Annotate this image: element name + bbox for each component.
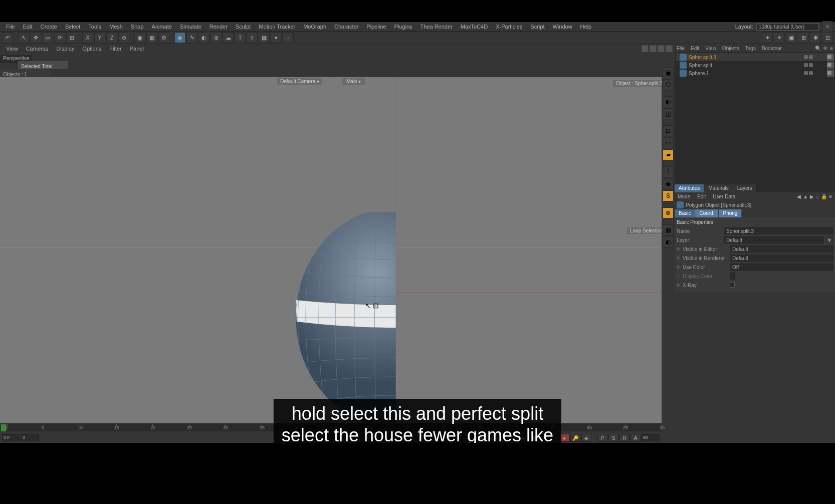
key-rot-icon[interactable]: R <box>619 434 630 442</box>
menu-render[interactable]: Render <box>205 23 232 31</box>
workplane-icon[interactable]: ◫ <box>663 108 674 119</box>
start-frame-field[interactable]: 0 F <box>2 434 20 441</box>
vis-editor-field[interactable]: Default <box>730 245 833 253</box>
misc-icon[interactable]: ◦ <box>283 32 294 43</box>
layer-field[interactable]: Default <box>724 236 824 243</box>
x-axis-icon[interactable]: X <box>82 32 93 43</box>
autokey-icon[interactable]: 🔑 <box>570 434 580 442</box>
om-menu-edit[interactable]: Edit <box>691 46 699 51</box>
menu-select[interactable]: Select <box>61 23 85 31</box>
menu-mograph[interactable]: MoGraph <box>299 23 330 31</box>
menu-help[interactable]: Help <box>576 23 596 31</box>
menu-tools[interactable]: Tools <box>84 23 105 31</box>
vis-render-toggle-icon[interactable] <box>809 71 813 75</box>
attr-menu-icon[interactable]: ≡ <box>829 194 832 199</box>
main-dropdown[interactable]: Main ▾ <box>342 78 365 85</box>
snap-icon[interactable]: ⊕ <box>663 207 674 218</box>
point-mode-icon[interactable]: ⊡ <box>663 125 674 136</box>
last-tool-icon[interactable]: ⊞ <box>66 32 77 43</box>
vp-menu-options[interactable]: Options <box>78 45 105 53</box>
attr-lock-icon[interactable]: 🔒 <box>821 194 827 199</box>
grid-icon[interactable]: ▦ <box>259 32 270 43</box>
render-settings-icon[interactable]: ⚙ <box>158 32 169 43</box>
model-mode-icon[interactable]: ▣ <box>663 67 674 78</box>
om-menu-file[interactable]: File <box>677 46 685 51</box>
render-region-icon[interactable]: ▦ <box>146 32 157 43</box>
scale-tool-icon[interactable]: ▭ <box>42 32 53 43</box>
om-eye-icon[interactable]: 👁 <box>823 46 828 51</box>
menu-x-particles[interactable]: X-Particles <box>492 23 526 31</box>
environment-icon[interactable]: ☁ <box>223 32 234 43</box>
vp-nav3-icon[interactable] <box>658 45 665 52</box>
tab-materials[interactable]: Materials <box>704 184 733 192</box>
menu-plugins[interactable]: Plugins <box>390 23 416 31</box>
menu-snap[interactable]: Snap <box>127 23 148 31</box>
subtab-phong[interactable]: Phong <box>719 209 742 217</box>
undo-icon[interactable]: ↶ <box>2 32 13 43</box>
light-icon[interactable]: ◊ <box>247 32 258 43</box>
object-row[interactable]: Spher.split▦ <box>676 61 834 69</box>
soft-sel-icon[interactable]: ◉ <box>663 178 674 189</box>
menu-thea-render[interactable]: Thea Render <box>416 23 457 31</box>
layout-dropdown[interactable]: 1080p tutorial (User) <box>756 23 819 31</box>
edge-mode-icon[interactable]: ▭ <box>663 137 674 148</box>
vis-render-toggle-icon[interactable] <box>809 63 813 67</box>
menu-file[interactable]: File <box>2 23 19 31</box>
om-menu-bookmar[interactable]: Bookmar <box>762 46 782 51</box>
rotate-tool-icon[interactable]: ⟳ <box>54 32 65 43</box>
attr-up-icon[interactable]: ▲ <box>803 194 808 199</box>
layer-picker-icon[interactable]: ▾ <box>826 236 833 243</box>
vp-nav4-icon[interactable] <box>666 45 673 52</box>
primitive-icon[interactable]: ◉ <box>174 32 185 43</box>
subtab-coord[interactable]: Coord. <box>695 209 719 217</box>
tool5-icon[interactable]: ✱ <box>810 32 821 43</box>
key-param-icon[interactable]: A <box>631 434 641 442</box>
vis-toggle-icon[interactable] <box>804 71 808 75</box>
menu-simulate[interactable]: Simulate <box>176 23 205 31</box>
om-menu-icon[interactable]: ≡ <box>830 46 833 51</box>
menu-animate[interactable]: Animate <box>148 23 176 31</box>
texture-mode-icon[interactable]: ◐ <box>663 96 674 107</box>
name-field[interactable]: Spher.split.3 <box>724 227 833 234</box>
spline-icon[interactable]: ✎ <box>186 32 197 43</box>
menu-script[interactable]: Script <box>526 23 548 31</box>
layout-menu-icon[interactable]: ≡ <box>822 21 833 32</box>
menu-maxtoc4d[interactable]: MaxToC4D <box>457 23 492 31</box>
vis-renderer-field[interactable]: Default <box>730 255 833 262</box>
key-pos-icon[interactable]: P <box>597 434 607 442</box>
polygon-mode-icon[interactable]: ▰ <box>663 149 674 160</box>
om-search-icon[interactable]: 🔍 <box>815 46 821 51</box>
vp-menu-filter[interactable]: Filter <box>105 45 125 53</box>
end-frame-field[interactable]: 90 <box>642 434 660 441</box>
menu-sculpt[interactable]: Sculpt <box>232 23 255 31</box>
vp-render-icon[interactable]: ◐ <box>663 236 674 247</box>
vis-toggle-icon[interactable] <box>804 63 808 67</box>
use-color-field[interactable]: Off <box>730 264 833 271</box>
attr-home-icon[interactable]: ⌂ <box>816 194 819 199</box>
camera-icon[interactable]: T <box>235 32 246 43</box>
menu-motion-tracker[interactable]: Motion Tracker <box>255 23 299 31</box>
tool2-icon[interactable]: ☀ <box>774 32 785 43</box>
axis-icon[interactable]: └ <box>663 166 674 177</box>
camera-dropdown[interactable]: Default Camera ▾ <box>277 78 322 85</box>
attr-menu-edit[interactable]: Edit <box>697 194 706 199</box>
y-axis-icon[interactable]: Y <box>94 32 105 43</box>
coord-sys-icon[interactable]: ⊕ <box>118 32 129 43</box>
phong-tag-icon[interactable]: ▦ <box>827 70 834 77</box>
menu-window[interactable]: Window <box>548 23 576 31</box>
phong-tag-icon[interactable]: ▦ <box>827 54 834 61</box>
deformer-icon[interactable]: ⊛ <box>211 32 222 43</box>
tool3-icon[interactable]: ▣ <box>786 32 797 43</box>
key-scale-icon[interactable]: S <box>608 434 618 442</box>
object-mode-icon[interactable]: ⬡ <box>663 79 674 90</box>
xray-checkbox[interactable] <box>730 283 735 288</box>
menu-create[interactable]: Create <box>37 23 61 31</box>
attr-menu-user-data[interactable]: User Data <box>713 194 735 199</box>
menu-mesh[interactable]: Mesh <box>105 23 127 31</box>
attr-fwd-icon[interactable]: ▶ <box>810 194 814 199</box>
attr-menu-mode[interactable]: Mode <box>678 194 690 199</box>
tweak-icon[interactable]: S <box>663 190 674 201</box>
select-tool-icon[interactable]: ↖ <box>18 32 29 43</box>
vp-nav1-icon[interactable] <box>642 45 649 52</box>
generator-icon[interactable]: ◐ <box>198 32 210 43</box>
